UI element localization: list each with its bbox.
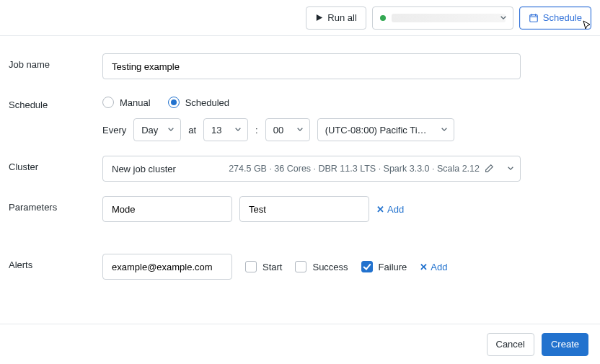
parameter-add-label: Add [387, 204, 404, 215]
radio-label-manual: Manual [120, 97, 151, 108]
plus-icon: ✕ [376, 204, 384, 215]
minute-select[interactable]: 00 [265, 118, 310, 141]
parameter-value-input[interactable] [239, 196, 369, 222]
timezone-value: (UTC-08:00) Pacific Ti… [325, 125, 427, 136]
compute-selector[interactable] [372, 6, 513, 30]
plus-icon: ✕ [420, 262, 428, 272]
job-name-label: Job name [9, 53, 102, 70]
cluster-label: Cluster [9, 156, 102, 172]
chevron-down-icon [441, 126, 448, 133]
alert-failure-label: Failure [379, 262, 407, 272]
every-unit-value: Day [141, 125, 158, 136]
radio-icon [102, 97, 114, 108]
compute-name-placeholder [392, 14, 506, 22]
alert-failure-checkbox[interactable]: Failure [361, 261, 407, 272]
cluster-name: New job cluster [112, 164, 176, 174]
hour-value: 13 [211, 125, 221, 136]
parameter-add-link[interactable]: ✕Add [376, 204, 404, 215]
radio-label-scheduled: Scheduled [185, 97, 229, 108]
parameter-key-input[interactable] [102, 196, 232, 222]
checkbox-icon [245, 261, 257, 272]
chevron-down-icon [167, 126, 175, 133]
alert-add-link[interactable]: ✕ Add [420, 262, 447, 272]
time-colon: : [255, 125, 258, 136]
schedule-section-label: Schedule [9, 94, 102, 110]
alert-add-label: Add [431, 262, 447, 272]
alert-success-checkbox[interactable]: Success [295, 261, 348, 272]
schedule-mode-scheduled-radio[interactable]: Scheduled [168, 97, 229, 108]
edit-icon[interactable] [484, 164, 494, 174]
minute-value: 00 [273, 125, 283, 136]
alert-start-label: Start [262, 262, 282, 272]
alert-success-label: Success [312, 262, 348, 272]
job-name-input[interactable] [102, 53, 521, 79]
play-icon [315, 14, 323, 22]
cluster-select[interactable]: New job cluster 274.5 GB · 36 Cores · DB… [102, 156, 521, 182]
alert-email-input[interactable] [102, 254, 232, 280]
run-all-button[interactable]: Run all [306, 6, 366, 30]
svg-rect-0 [530, 14, 538, 22]
chevron-down-icon [507, 165, 514, 172]
cluster-meta: 274.5 GB · 36 Cores · DBR 11.3 LTS · Spa… [229, 164, 480, 174]
top-toolbar: Run all Schedule [0, 0, 600, 36]
cancel-button[interactable]: Cancel [487, 333, 534, 356]
alerts-label: Alerts [9, 254, 102, 270]
chevron-down-icon [296, 126, 304, 133]
every-label: Every [102, 125, 126, 136]
alert-start-checkbox[interactable]: Start [245, 261, 282, 272]
create-label: Create [551, 339, 579, 350]
timezone-select[interactable]: (UTC-08:00) Pacific Ti… [317, 118, 454, 141]
chevron-down-icon [234, 126, 242, 133]
checkbox-icon [295, 261, 306, 272]
run-all-label: Run all [327, 12, 356, 23]
schedule-button-label: Schedule [543, 12, 582, 23]
status-dot-icon [380, 15, 386, 21]
at-label: at [188, 125, 196, 136]
checkbox-icon [361, 261, 373, 272]
cancel-label: Cancel [496, 339, 525, 350]
dialog-footer: Cancel Create [0, 324, 600, 364]
parameters-label: Parameters [9, 196, 102, 213]
calendar-icon [529, 13, 539, 23]
every-unit-select[interactable]: Day [133, 118, 181, 141]
hour-select[interactable]: 13 [203, 118, 248, 141]
radio-icon [168, 97, 180, 108]
schedule-button[interactable]: Schedule [519, 6, 591, 30]
schedule-mode-manual-radio[interactable]: Manual [102, 97, 151, 108]
create-button[interactable]: Create [542, 333, 588, 356]
